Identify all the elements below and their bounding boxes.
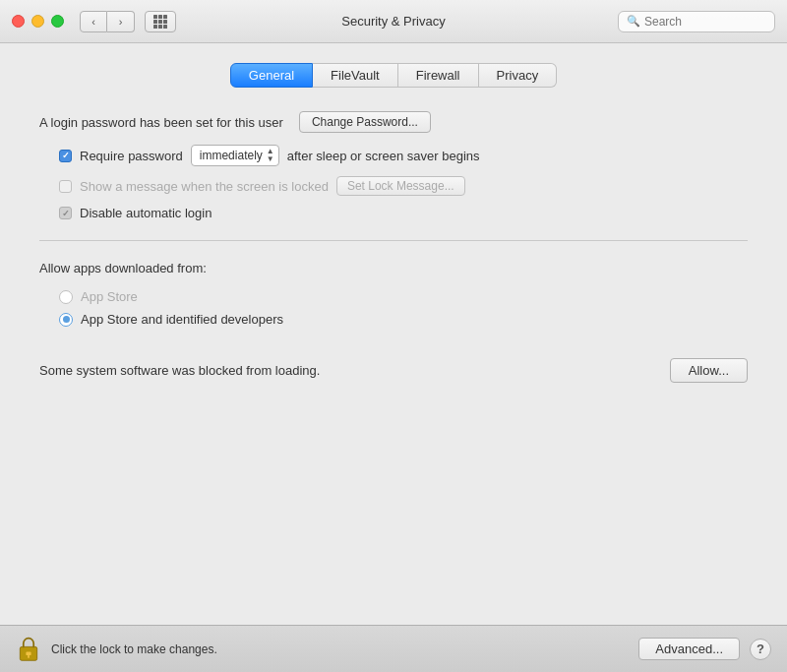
dropdown-value: immediately <box>200 149 263 162</box>
disable-autologin-label: Disable automatic login <box>80 206 212 220</box>
change-password-button[interactable]: Change Password... <box>299 111 431 133</box>
search-icon: 🔍 <box>627 15 640 28</box>
show-message-label: Show a message when the screen is locked <box>80 179 329 194</box>
help-button[interactable]: ? <box>750 639 771 660</box>
allow-apps-label: Allow apps downloaded from: <box>39 261 748 275</box>
section-divider <box>39 240 748 241</box>
svg-rect-1 <box>26 651 30 654</box>
search-box[interactable]: 🔍 <box>618 11 775 32</box>
allow-button[interactable]: Allow... <box>670 358 748 383</box>
titlebar: ‹ › Security & Privacy 🔍 <box>0 0 787 43</box>
lock-icon <box>16 637 41 662</box>
tab-filevault[interactable]: FileVault <box>313 63 398 88</box>
svg-rect-2 <box>28 655 30 658</box>
forward-button[interactable]: › <box>107 11 135 32</box>
traffic-lights <box>12 15 64 28</box>
close-button[interactable] <box>12 15 25 28</box>
show-message-checkbox[interactable] <box>59 180 72 193</box>
general-section: A login password has been set for this u… <box>39 111 748 220</box>
disable-autologin-row: Disable automatic login <box>39 206 748 220</box>
dropdown-arrows-icon: ▲ ▼ <box>267 148 274 163</box>
require-password-label: Require password <box>80 149 183 163</box>
blocked-software-text: Some system software was blocked from lo… <box>39 363 320 378</box>
disable-autologin-checkbox[interactable] <box>59 207 72 219</box>
require-password-checkbox[interactable] <box>59 150 72 162</box>
grid-button[interactable] <box>145 11 176 32</box>
require-password-row: Require password immediately ▲ ▼ after s… <box>39 145 748 166</box>
lock-message: Click the lock to make changes. <box>51 642 638 656</box>
set-lock-message-button: Set Lock Message... <box>336 176 465 196</box>
bottom-bar: Click the lock to make changes. Advanced… <box>0 625 787 672</box>
tab-general[interactable]: General <box>230 63 313 88</box>
app-store-identified-radio-row: App Store and identified developers <box>39 312 748 327</box>
tab-privacy[interactable]: Privacy <box>479 63 558 88</box>
window-title: Security & Privacy <box>341 14 445 29</box>
tab-bar: General FileVault Firewall Privacy <box>39 63 748 88</box>
advanced-button[interactable]: Advanced... <box>638 638 740 660</box>
password-label: A login password has been set for this u… <box>39 115 283 130</box>
password-row: A login password has been set for this u… <box>39 111 748 133</box>
search-input[interactable] <box>644 15 766 29</box>
tab-firewall[interactable]: Firewall <box>398 63 479 88</box>
after-sleep-label: after sleep or screen saver begins <box>287 149 480 163</box>
minimize-button[interactable] <box>31 15 44 28</box>
blocked-software-row: Some system software was blocked from lo… <box>39 346 748 395</box>
allow-apps-section: Allow apps downloaded from: App Store Ap… <box>39 261 748 327</box>
app-store-identified-radio[interactable] <box>59 313 73 327</box>
nav-buttons: ‹ › <box>80 11 135 32</box>
app-store-label: App Store <box>81 289 138 304</box>
back-button[interactable]: ‹ <box>80 11 107 32</box>
password-timing-dropdown[interactable]: immediately ▲ ▼ <box>191 145 279 166</box>
main-content: General FileVault Firewall Privacy A log… <box>0 43 787 625</box>
grid-icon <box>153 15 167 29</box>
app-store-identified-label: App Store and identified developers <box>81 312 283 327</box>
maximize-button[interactable] <box>51 15 64 28</box>
app-store-radio-row: App Store <box>39 289 748 304</box>
app-store-radio[interactable] <box>59 290 73 304</box>
show-message-row: Show a message when the screen is locked… <box>39 176 748 196</box>
